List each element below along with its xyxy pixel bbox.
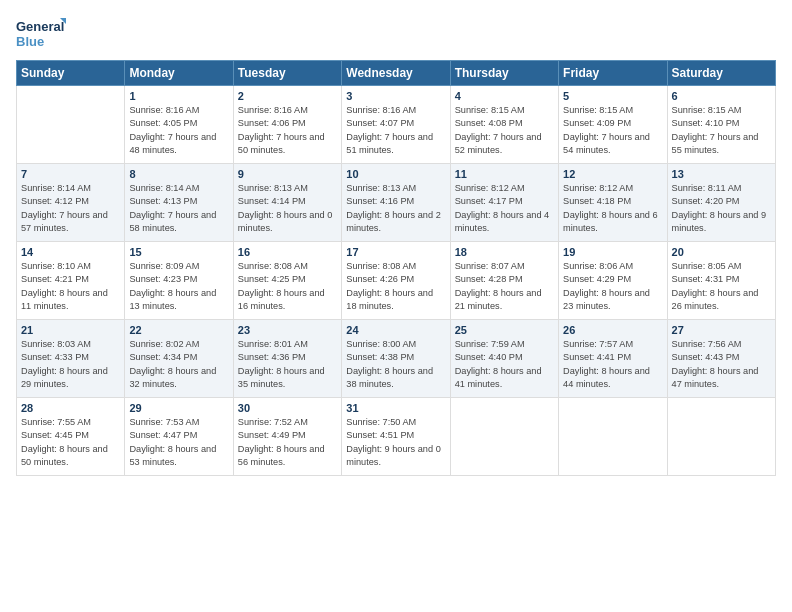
calendar-cell: 1Sunrise: 8:16 AMSunset: 4:05 PMDaylight… xyxy=(125,86,233,164)
calendar-cell: 8Sunrise: 8:14 AMSunset: 4:13 PMDaylight… xyxy=(125,164,233,242)
cell-info: Sunrise: 8:07 AMSunset: 4:28 PMDaylight:… xyxy=(455,260,554,313)
calendar-cell: 23Sunrise: 8:01 AMSunset: 4:36 PMDayligh… xyxy=(233,320,341,398)
day-number: 26 xyxy=(563,324,662,336)
day-number: 15 xyxy=(129,246,228,258)
logo-brand: General Blue xyxy=(16,16,66,52)
calendar-cell: 14Sunrise: 8:10 AMSunset: 4:21 PMDayligh… xyxy=(17,242,125,320)
calendar-cell: 22Sunrise: 8:02 AMSunset: 4:34 PMDayligh… xyxy=(125,320,233,398)
cell-info: Sunrise: 7:55 AMSunset: 4:45 PMDaylight:… xyxy=(21,416,120,469)
day-number: 16 xyxy=(238,246,337,258)
logo: General Blue xyxy=(16,16,66,52)
col-header-monday: Monday xyxy=(125,61,233,86)
calendar-cell: 28Sunrise: 7:55 AMSunset: 4:45 PMDayligh… xyxy=(17,398,125,476)
day-number: 5 xyxy=(563,90,662,102)
day-number: 22 xyxy=(129,324,228,336)
cell-info: Sunrise: 8:06 AMSunset: 4:29 PMDaylight:… xyxy=(563,260,662,313)
calendar-cell: 16Sunrise: 8:08 AMSunset: 4:25 PMDayligh… xyxy=(233,242,341,320)
day-number: 10 xyxy=(346,168,445,180)
calendar-cell: 29Sunrise: 7:53 AMSunset: 4:47 PMDayligh… xyxy=(125,398,233,476)
cell-info: Sunrise: 8:12 AMSunset: 4:18 PMDaylight:… xyxy=(563,182,662,235)
col-header-sunday: Sunday xyxy=(17,61,125,86)
calendar-cell xyxy=(450,398,558,476)
col-header-tuesday: Tuesday xyxy=(233,61,341,86)
calendar-cell: 9Sunrise: 8:13 AMSunset: 4:14 PMDaylight… xyxy=(233,164,341,242)
calendar-cell: 10Sunrise: 8:13 AMSunset: 4:16 PMDayligh… xyxy=(342,164,450,242)
week-row-5: 28Sunrise: 7:55 AMSunset: 4:45 PMDayligh… xyxy=(17,398,776,476)
calendar-cell: 2Sunrise: 8:16 AMSunset: 4:06 PMDaylight… xyxy=(233,86,341,164)
day-number: 28 xyxy=(21,402,120,414)
calendar-cell: 11Sunrise: 8:12 AMSunset: 4:17 PMDayligh… xyxy=(450,164,558,242)
calendar-cell: 3Sunrise: 8:16 AMSunset: 4:07 PMDaylight… xyxy=(342,86,450,164)
day-number: 20 xyxy=(672,246,771,258)
day-number: 18 xyxy=(455,246,554,258)
cell-info: Sunrise: 8:08 AMSunset: 4:25 PMDaylight:… xyxy=(238,260,337,313)
cell-info: Sunrise: 8:14 AMSunset: 4:12 PMDaylight:… xyxy=(21,182,120,235)
cell-info: Sunrise: 7:50 AMSunset: 4:51 PMDaylight:… xyxy=(346,416,445,469)
col-header-saturday: Saturday xyxy=(667,61,775,86)
cell-info: Sunrise: 8:15 AMSunset: 4:08 PMDaylight:… xyxy=(455,104,554,157)
calendar-cell: 26Sunrise: 7:57 AMSunset: 4:41 PMDayligh… xyxy=(559,320,667,398)
day-number: 7 xyxy=(21,168,120,180)
cell-info: Sunrise: 7:57 AMSunset: 4:41 PMDaylight:… xyxy=(563,338,662,391)
cell-info: Sunrise: 8:14 AMSunset: 4:13 PMDaylight:… xyxy=(129,182,228,235)
calendar-cell: 17Sunrise: 8:08 AMSunset: 4:26 PMDayligh… xyxy=(342,242,450,320)
cell-info: Sunrise: 8:05 AMSunset: 4:31 PMDaylight:… xyxy=(672,260,771,313)
day-number: 21 xyxy=(21,324,120,336)
day-number: 17 xyxy=(346,246,445,258)
day-number: 12 xyxy=(563,168,662,180)
calendar-cell: 12Sunrise: 8:12 AMSunset: 4:18 PMDayligh… xyxy=(559,164,667,242)
cell-info: Sunrise: 8:01 AMSunset: 4:36 PMDaylight:… xyxy=(238,338,337,391)
header: General Blue xyxy=(16,16,776,52)
day-number: 11 xyxy=(455,168,554,180)
cell-info: Sunrise: 8:08 AMSunset: 4:26 PMDaylight:… xyxy=(346,260,445,313)
day-number: 8 xyxy=(129,168,228,180)
day-number: 27 xyxy=(672,324,771,336)
cell-info: Sunrise: 7:56 AMSunset: 4:43 PMDaylight:… xyxy=(672,338,771,391)
calendar-header-row: SundayMondayTuesdayWednesdayThursdayFrid… xyxy=(17,61,776,86)
calendar-cell: 24Sunrise: 8:00 AMSunset: 4:38 PMDayligh… xyxy=(342,320,450,398)
calendar-cell: 18Sunrise: 8:07 AMSunset: 4:28 PMDayligh… xyxy=(450,242,558,320)
calendar-cell: 6Sunrise: 8:15 AMSunset: 4:10 PMDaylight… xyxy=(667,86,775,164)
calendar-cell: 15Sunrise: 8:09 AMSunset: 4:23 PMDayligh… xyxy=(125,242,233,320)
calendar-cell: 19Sunrise: 8:06 AMSunset: 4:29 PMDayligh… xyxy=(559,242,667,320)
week-row-1: 1Sunrise: 8:16 AMSunset: 4:05 PMDaylight… xyxy=(17,86,776,164)
calendar-cell: 31Sunrise: 7:50 AMSunset: 4:51 PMDayligh… xyxy=(342,398,450,476)
cell-info: Sunrise: 8:13 AMSunset: 4:16 PMDaylight:… xyxy=(346,182,445,235)
col-header-wednesday: Wednesday xyxy=(342,61,450,86)
day-number: 1 xyxy=(129,90,228,102)
svg-text:General: General xyxy=(16,19,64,34)
calendar-cell xyxy=(559,398,667,476)
cell-info: Sunrise: 8:00 AMSunset: 4:38 PMDaylight:… xyxy=(346,338,445,391)
calendar-cell: 25Sunrise: 7:59 AMSunset: 4:40 PMDayligh… xyxy=(450,320,558,398)
cell-info: Sunrise: 8:10 AMSunset: 4:21 PMDaylight:… xyxy=(21,260,120,313)
cell-info: Sunrise: 8:16 AMSunset: 4:06 PMDaylight:… xyxy=(238,104,337,157)
day-number: 14 xyxy=(21,246,120,258)
cell-info: Sunrise: 7:59 AMSunset: 4:40 PMDaylight:… xyxy=(455,338,554,391)
week-row-4: 21Sunrise: 8:03 AMSunset: 4:33 PMDayligh… xyxy=(17,320,776,398)
day-number: 24 xyxy=(346,324,445,336)
day-number: 6 xyxy=(672,90,771,102)
col-header-friday: Friday xyxy=(559,61,667,86)
calendar-cell: 21Sunrise: 8:03 AMSunset: 4:33 PMDayligh… xyxy=(17,320,125,398)
calendar-table: SundayMondayTuesdayWednesdayThursdayFrid… xyxy=(16,60,776,476)
cell-info: Sunrise: 8:16 AMSunset: 4:07 PMDaylight:… xyxy=(346,104,445,157)
col-header-thursday: Thursday xyxy=(450,61,558,86)
calendar-cell: 27Sunrise: 7:56 AMSunset: 4:43 PMDayligh… xyxy=(667,320,775,398)
week-row-2: 7Sunrise: 8:14 AMSunset: 4:12 PMDaylight… xyxy=(17,164,776,242)
cell-info: Sunrise: 8:02 AMSunset: 4:34 PMDaylight:… xyxy=(129,338,228,391)
day-number: 2 xyxy=(238,90,337,102)
day-number: 13 xyxy=(672,168,771,180)
day-number: 19 xyxy=(563,246,662,258)
cell-info: Sunrise: 8:16 AMSunset: 4:05 PMDaylight:… xyxy=(129,104,228,157)
calendar-cell: 13Sunrise: 8:11 AMSunset: 4:20 PMDayligh… xyxy=(667,164,775,242)
cell-info: Sunrise: 8:15 AMSunset: 4:10 PMDaylight:… xyxy=(672,104,771,157)
calendar-cell: 5Sunrise: 8:15 AMSunset: 4:09 PMDaylight… xyxy=(559,86,667,164)
cell-info: Sunrise: 8:13 AMSunset: 4:14 PMDaylight:… xyxy=(238,182,337,235)
calendar-cell: 7Sunrise: 8:14 AMSunset: 4:12 PMDaylight… xyxy=(17,164,125,242)
day-number: 3 xyxy=(346,90,445,102)
cell-info: Sunrise: 8:12 AMSunset: 4:17 PMDaylight:… xyxy=(455,182,554,235)
day-number: 4 xyxy=(455,90,554,102)
cell-info: Sunrise: 7:53 AMSunset: 4:47 PMDaylight:… xyxy=(129,416,228,469)
cell-info: Sunrise: 8:09 AMSunset: 4:23 PMDaylight:… xyxy=(129,260,228,313)
week-row-3: 14Sunrise: 8:10 AMSunset: 4:21 PMDayligh… xyxy=(17,242,776,320)
